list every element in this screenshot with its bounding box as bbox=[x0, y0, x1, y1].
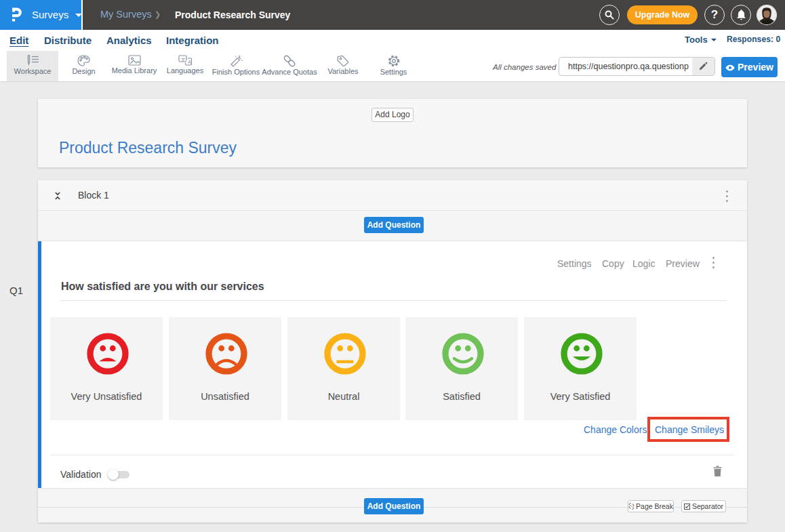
svg-text:A: A bbox=[188, 60, 191, 64]
svg-text:文: 文 bbox=[181, 57, 186, 62]
